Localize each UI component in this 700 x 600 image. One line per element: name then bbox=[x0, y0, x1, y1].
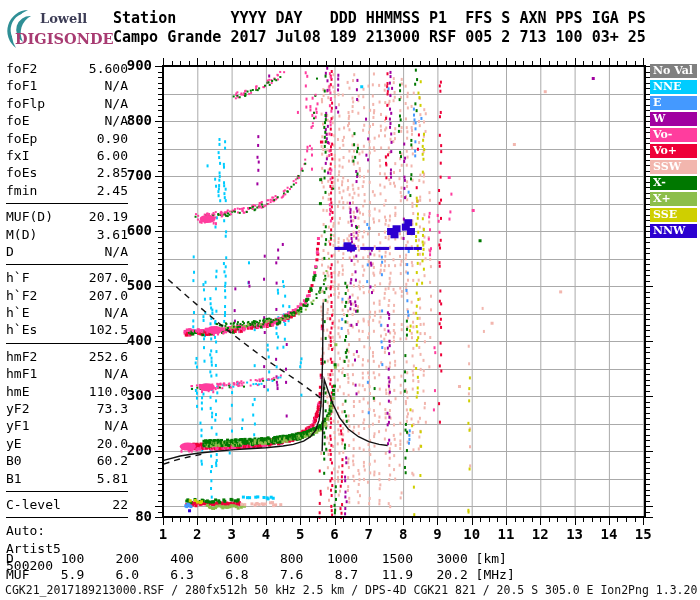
param-value: 3.61 bbox=[97, 226, 128, 243]
logo-lowell-text: Lowell bbox=[40, 11, 87, 26]
ionogram-window: Lowell DIGISONDE Station YYYY DAY DDD HH… bbox=[0, 0, 700, 600]
param-value: 207.0 bbox=[89, 287, 128, 304]
param-row: MUF(D)20.19 bbox=[6, 208, 128, 225]
param-row: fxI6.00 bbox=[6, 147, 128, 164]
param-row: hmE110.0 bbox=[6, 383, 128, 400]
d-row: D 100 200 400 600 800 1000 1500 3000 [km… bbox=[6, 551, 507, 566]
param-value: 0.90 bbox=[97, 130, 128, 147]
param-value: 102.5 bbox=[89, 321, 128, 338]
param-row: C-level22 bbox=[6, 496, 128, 513]
param-label: hmF2 bbox=[6, 348, 37, 365]
param-value: N/A bbox=[105, 304, 128, 321]
param-value: 110.0 bbox=[89, 383, 128, 400]
param-section-divider bbox=[6, 491, 128, 492]
file-info-footer: CGK21_2017189213000.RSF / 280fx512h 50 k… bbox=[5, 583, 697, 597]
param-label: foF2 bbox=[6, 60, 37, 77]
muf-row: MUF 5.9 6.0 6.3 6.8 7.6 8.7 11.9 20.2 [M… bbox=[6, 567, 515, 582]
legend-item: NNW bbox=[650, 224, 697, 238]
legend-item: W bbox=[650, 112, 697, 126]
param-row: foEp0.90 bbox=[6, 130, 128, 147]
param-label: M(D) bbox=[6, 226, 37, 243]
param-row: h`Es102.5 bbox=[6, 321, 128, 338]
param-label: B0 bbox=[6, 452, 22, 469]
param-value: 20.0 bbox=[97, 435, 128, 452]
param-value: N/A bbox=[105, 417, 128, 434]
param-label: foF1 bbox=[6, 77, 37, 94]
param-row: yE20.0 bbox=[6, 435, 128, 452]
color-legend: No ValNNEEWVo-Vo+SSWX-X+SSENNW bbox=[650, 64, 697, 240]
param-section-divider bbox=[6, 264, 128, 265]
legend-item: E bbox=[650, 96, 697, 110]
param-value: N/A bbox=[105, 365, 128, 382]
param-label: B1 bbox=[6, 470, 22, 487]
param-value: N/A bbox=[105, 243, 128, 260]
station-header: Station YYYY DAY DDD HHMMSS P1 FFS S AXN… bbox=[113, 9, 646, 47]
param-label: fxI bbox=[6, 147, 29, 164]
legend-item: No Val bbox=[650, 64, 697, 78]
lowell-digisonde-logo: Lowell DIGISONDE bbox=[6, 8, 116, 52]
param-value: 6.00 bbox=[97, 147, 128, 164]
param-value: 73.3 bbox=[97, 400, 128, 417]
param-label: hmF1 bbox=[6, 365, 37, 382]
param-label: Auto: bbox=[6, 522, 45, 539]
param-row: foEN/A bbox=[6, 112, 128, 129]
param-row: B060.2 bbox=[6, 452, 128, 469]
param-row: yF273.3 bbox=[6, 400, 128, 417]
param-label: MUF(D) bbox=[6, 208, 53, 225]
param-row: DN/A bbox=[6, 243, 128, 260]
param-label: hmE bbox=[6, 383, 29, 400]
header-row-values: Campo Grande 2017 Jul08 189 213000 RSF 0… bbox=[113, 28, 646, 46]
param-row: Auto: bbox=[6, 522, 128, 539]
param-label: h`E bbox=[6, 304, 29, 321]
param-value: 207.0 bbox=[89, 269, 128, 286]
param-row: h`EN/A bbox=[6, 304, 128, 321]
legend-item: SSE bbox=[650, 208, 697, 222]
param-row: foFlpN/A bbox=[6, 95, 128, 112]
param-value: 2.45 bbox=[97, 182, 128, 199]
param-value: 2.85 bbox=[97, 164, 128, 181]
param-value: 20.19 bbox=[89, 208, 128, 225]
param-row: foEs2.85 bbox=[6, 164, 128, 181]
param-label: yF1 bbox=[6, 417, 29, 434]
param-row: yF1N/A bbox=[6, 417, 128, 434]
param-value: N/A bbox=[105, 77, 128, 94]
param-row: hmF1N/A bbox=[6, 365, 128, 382]
param-label: foEs bbox=[6, 164, 37, 181]
param-label: foEp bbox=[6, 130, 37, 147]
legend-item: Vo+ bbox=[650, 144, 697, 158]
param-label: yF2 bbox=[6, 400, 29, 417]
param-label: h`Es bbox=[6, 321, 37, 338]
param-value: 252.6 bbox=[89, 348, 128, 365]
param-label: C-level bbox=[6, 496, 61, 513]
param-value: 5.81 bbox=[97, 470, 128, 487]
param-value: 22 bbox=[112, 496, 128, 513]
param-section-divider bbox=[6, 203, 128, 204]
legend-item: SSW bbox=[650, 160, 697, 174]
legend-item: Vo- bbox=[650, 128, 697, 142]
param-row: M(D)3.61 bbox=[6, 226, 128, 243]
legend-item: NNE bbox=[650, 80, 697, 94]
param-row: h`F207.0 bbox=[6, 269, 128, 286]
param-row: B15.81 bbox=[6, 470, 128, 487]
legend-item: X+ bbox=[650, 192, 697, 206]
param-row: foF25.600 bbox=[6, 60, 128, 77]
param-value: N/A bbox=[105, 95, 128, 112]
param-row: hmF2252.6 bbox=[6, 348, 128, 365]
param-row: foF1N/A bbox=[6, 77, 128, 94]
param-label: h`F2 bbox=[6, 287, 37, 304]
param-label: foFlp bbox=[6, 95, 45, 112]
legend-item: X- bbox=[650, 176, 697, 190]
header-row-columns: Station YYYY DAY DDD HHMMSS P1 FFS S AXN… bbox=[113, 9, 646, 27]
param-row: fmin2.45 bbox=[6, 182, 128, 199]
param-label: h`F bbox=[6, 269, 29, 286]
scaled-parameters-panel: foF25.600foF1N/AfoFlpN/AfoEN/AfoEp0.90fx… bbox=[6, 60, 128, 575]
logo-digisonde-text: DIGISONDE bbox=[15, 30, 114, 47]
param-label: fmin bbox=[6, 182, 37, 199]
param-section-divider bbox=[6, 517, 128, 518]
param-row: h`F2207.0 bbox=[6, 287, 128, 304]
param-section-divider bbox=[6, 343, 128, 344]
param-value: N/A bbox=[105, 112, 128, 129]
param-label: D bbox=[6, 243, 14, 260]
param-value: 60.2 bbox=[97, 452, 128, 469]
param-label: foE bbox=[6, 112, 29, 129]
